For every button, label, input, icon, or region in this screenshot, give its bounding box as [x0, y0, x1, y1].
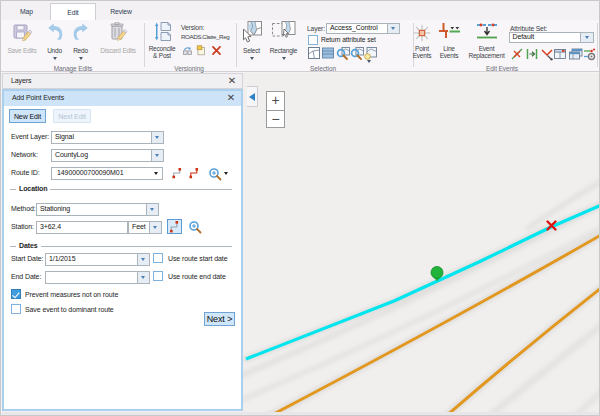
select-route-on-map-icon[interactable] [188, 167, 202, 181]
attribute-set-combo[interactable]: Default [509, 32, 594, 44]
group-label-manage-edits: Manage Edits [23, 65, 123, 72]
route-id-combo-arrow[interactable] [154, 172, 158, 175]
pan-to-selection-icon[interactable] [350, 46, 364, 60]
event-layer-combo-arrow[interactable] [151, 132, 164, 143]
station-zoom-icon[interactable] [188, 220, 202, 234]
window-bottom-edge [2, 412, 600, 416]
route-id-combo[interactable]: 14900000700090M01 [51, 167, 163, 180]
layers-pane-header: Layers ✕ [2, 73, 243, 89]
end-date-label: End Date: [11, 273, 41, 280]
version-name: ROADS.Claire_Reg [181, 33, 229, 40]
pane-title: Add Point Events [12, 94, 64, 101]
event-attributes-icon[interactable] [553, 47, 567, 61]
zoom-in-button[interactable]: + [267, 92, 284, 110]
button-label: Rectangle [263, 47, 304, 54]
map-view[interactable]: + − [243, 73, 600, 412]
return-attribute-set-checkbox[interactable] [308, 35, 318, 45]
start-date-combo[interactable]: 1/1/2015 [45, 253, 150, 266]
pick-location-button[interactable] [167, 219, 182, 234]
save-dominant-checkbox[interactable] [11, 304, 21, 314]
split-event-icon[interactable] [510, 47, 524, 61]
ribbon-tab-bar: Map Edit Review [1, 1, 599, 20]
layer-combo-arrow[interactable] [387, 24, 400, 33]
point-events-button[interactable]: PointEvents [408, 22, 436, 59]
save-edits-button[interactable]: Save Edits [3, 22, 41, 54]
network-combo-arrow[interactable] [151, 150, 164, 161]
zoom-to-selection-icon[interactable] [336, 46, 350, 60]
event-options-icon[interactable] [582, 47, 596, 61]
layers-close-icon[interactable]: ✕ [228, 75, 236, 86]
redo-button[interactable]: Redo [67, 22, 94, 61]
select-by-polygon-icon[interactable] [307, 46, 321, 60]
retire-event-icon[interactable] [540, 47, 554, 61]
button-label: Undo [40, 47, 69, 54]
map-canvas [243, 73, 600, 412]
attribute-set-combo-arrow[interactable] [580, 33, 593, 43]
select-attributes-icon[interactable] [321, 46, 335, 60]
method-combo[interactable]: Stationing [36, 203, 159, 216]
new-version-icon[interactable] [196, 45, 210, 59]
use-route-end-date-label: Use route end date [168, 273, 226, 280]
select-dropdown-arrow[interactable] [250, 57, 254, 60]
end-date-combo[interactable] [45, 271, 150, 284]
event-replacement-icon [459, 22, 514, 43]
button-label-line: Line [443, 45, 455, 52]
version-changes-icon[interactable] [182, 45, 196, 59]
zoom-out-button[interactable]: − [267, 110, 284, 128]
start-date-combo-arrow[interactable] [137, 254, 150, 265]
route-zoom-dropdown-arrow[interactable] [224, 172, 228, 175]
events-table-icon[interactable] [568, 47, 582, 61]
button-label-line: Point [415, 45, 429, 52]
tab-edit[interactable]: Edit [50, 3, 96, 20]
tab-map[interactable]: Map [9, 3, 44, 20]
end-date-combo-arrow[interactable] [137, 272, 150, 283]
location-section-title: Location [16, 185, 50, 192]
use-route-end-date-checkbox[interactable] [153, 271, 163, 281]
reconcile-post-button[interactable]: Reconcile& Post [145, 22, 179, 59]
units-combo[interactable]: Feet [128, 221, 162, 234]
layer-combo[interactable]: Access_Control [326, 23, 400, 34]
pane-close-icon[interactable]: ✕ [227, 92, 235, 103]
button-label: PointEvents [408, 45, 436, 59]
use-route-start-date-checkbox[interactable] [153, 253, 163, 263]
next-edit-button[interactable]: Next Edit [53, 109, 91, 123]
group-label-versioning: Versioning [139, 65, 239, 72]
combo-value: Signal [52, 133, 151, 141]
discard-edits-icon [96, 22, 140, 43]
event-layer-label: Event Layer: [11, 133, 49, 140]
delete-version-icon[interactable] [211, 45, 225, 59]
method-combo-arrow[interactable] [146, 204, 159, 215]
use-route-start-date-label: Use route start date [168, 255, 227, 262]
new-edit-button[interactable]: New Edit [9, 109, 46, 123]
station-input[interactable]: 3+62.4 [36, 221, 128, 234]
button-label: EventReplacement [459, 45, 514, 59]
prevent-measures-label: Prevent measures not on route [25, 291, 118, 298]
clear-selection-dropdown-arrow[interactable] [367, 60, 371, 63]
collapse-panel-tab[interactable] [247, 86, 258, 107]
add-point-events-pane: Add Point Events ✕ New Edit Next Edit Ev… [2, 89, 243, 411]
merge-events-icon[interactable] [525, 47, 539, 61]
rectangle-dropdown-arrow[interactable] [282, 57, 286, 60]
rectangle-select-button[interactable]: Rectangle [263, 22, 304, 61]
button-label-line: Event [479, 45, 495, 52]
combo-value: CountyLog [52, 151, 151, 159]
undo-dropdown-arrow[interactable] [53, 57, 57, 60]
network-combo[interactable]: CountyLog [51, 149, 164, 162]
prevent-measures-checkbox[interactable] [11, 289, 21, 299]
event-replacement-button[interactable]: EventReplacement [459, 22, 514, 59]
discard-edits-button[interactable]: Discard Edits [96, 22, 140, 54]
select-route-icon[interactable] [171, 167, 185, 181]
button-label-line: Events [440, 52, 459, 59]
save-edits-icon [3, 22, 41, 43]
route-zoom-icon[interactable] [208, 167, 222, 181]
version-label: Version: [181, 24, 204, 31]
dropdown-arrow-icon [141, 258, 145, 261]
event-layer-combo[interactable]: Signal [51, 131, 164, 144]
redo-dropdown-arrow[interactable] [79, 57, 83, 60]
units-combo-arrow[interactable] [149, 222, 162, 233]
undo-button[interactable]: Undo [40, 22, 69, 61]
clear-selection-icon[interactable] [364, 46, 378, 60]
tab-review[interactable]: Review [101, 3, 141, 20]
next-button[interactable]: Next > [204, 312, 235, 326]
section-divider-line [10, 246, 232, 247]
